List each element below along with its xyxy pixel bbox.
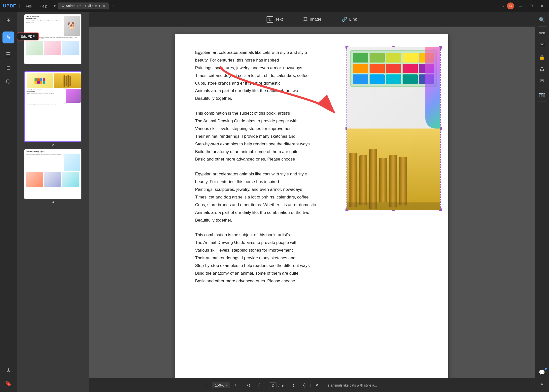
zoom-display[interactable]: 156% ▾ (212, 382, 230, 388)
image-icon: 🖼 (303, 17, 308, 22)
help-menu[interactable]: Help (37, 3, 50, 9)
sidebar-item-pages[interactable]: ⊞ (2, 14, 14, 26)
zoom-value: 156% (215, 383, 224, 387)
close-bottom-button[interactable]: ✕ (312, 381, 321, 390)
collapse-icon[interactable]: ∨ (502, 4, 505, 8)
thumbnail-frame-3[interactable]: Different Painting Styles Egyptian art c… (24, 149, 81, 199)
tab-dropdown-icon[interactable]: ▾ (53, 3, 57, 9)
link-label: Link (349, 17, 357, 22)
protect-button[interactable]: 🔒 (537, 52, 547, 62)
last-page-button[interactable]: ⟩⟩ (300, 381, 309, 390)
extract-button[interactable] (537, 40, 547, 50)
paint-brushes-image (347, 129, 440, 210)
page-number-3: 3 (52, 200, 54, 204)
avatar[interactable]: B (507, 2, 514, 9)
sidebar-item-comment[interactable]: ☰ (2, 49, 14, 61)
sidebar-item-organize[interactable]: ⊟ (2, 62, 14, 74)
divider (3, 46, 13, 46)
content-area: T Text 🖼 Image 🔗 Link Egyptian art celeb… (89, 12, 535, 392)
divider (538, 88, 547, 88)
sidebar-item-bookmark[interactable]: 🔖 (2, 378, 14, 390)
maximize-button[interactable]: ☐ (527, 3, 536, 9)
zoom-dropdown-icon[interactable]: ▾ (225, 384, 227, 387)
active-tab[interactable]: ☁ Animal Pai...Skills_5-1 ✕ (58, 2, 109, 9)
mail-button[interactable]: ✉ (537, 76, 547, 86)
image-label: Image (310, 17, 321, 22)
page-preview-text: s animals like cats with style a... (323, 383, 422, 387)
pdf-text-content: Egyptian art celebrates animals like cat… (195, 49, 356, 285)
left-sidebar: ⊞ ✎ Edit PDF ☰ ⊟ ⬡ ⊕ 🔖 (0, 12, 17, 392)
tab-title: Animal Pai...Skills_5-1 (66, 4, 100, 8)
edit-pdf-button[interactable]: ✎ Edit PDF (2, 32, 14, 43)
total-pages: 9 (281, 383, 283, 387)
first-page-button[interactable]: ⟨⟨ (244, 381, 253, 390)
ocr-button[interactable]: OCR (537, 28, 547, 38)
link-icon: 🔗 (342, 17, 347, 22)
text-label: Text (275, 17, 283, 22)
text-tool[interactable]: T Text (263, 14, 287, 25)
page-separator: / (278, 383, 279, 387)
thumbnail-item[interactable]: Different Painting Styles Egyptian art c… (19, 149, 86, 204)
thumbnail-panel: How to Draw OurFavorite Pets Egyptian ar… (17, 12, 89, 392)
title-bar-right: ∨ B — ☐ ✕ (502, 2, 546, 9)
thumbnail-frame-2[interactable]: Animals are a part ofour daily life Egyp… (24, 71, 81, 142)
prev-page-button[interactable]: ⟨ (255, 381, 264, 390)
add-tab-button[interactable]: + (110, 3, 117, 9)
edit-pdf-icon: ✎ (6, 34, 11, 41)
zoom-out-button[interactable]: − (201, 381, 210, 390)
tooltip-text: Edit PDF (21, 34, 35, 38)
sidebar-item-ai[interactable]: ⬡ (2, 75, 14, 87)
page-number-2: 2 (52, 143, 54, 147)
divider (538, 26, 547, 27)
page-number-1: 1 (52, 65, 54, 69)
tab-area: ▾ ☁ Animal Pai...Skills_5-1 ✕ + (53, 2, 499, 9)
pdf-area[interactable]: Egyptian art celebrates animals like cat… (89, 27, 535, 378)
share-button[interactable] (537, 64, 547, 74)
file-menu[interactable]: File (23, 3, 34, 9)
image-tool[interactable]: 🖼 Image (299, 15, 325, 24)
next-page-button[interactable]: ⟩ (289, 381, 298, 390)
cloud-icon: ☁ (61, 4, 64, 8)
right-sidebar: 🔍 OCR 🔒 ✉ 📷 💬 ✦ (535, 12, 549, 392)
zoom-in-button[interactable]: + (231, 381, 240, 390)
current-page[interactable]: 2 (269, 382, 276, 388)
chat-button[interactable]: 💬 (537, 367, 547, 378)
divider (538, 101, 547, 101)
top-toolbar: T Text 🖼 Image 🔗 Link (89, 12, 535, 27)
app-logo: UPDF (3, 3, 16, 9)
thumbnail-item[interactable]: How to Draw OurFavorite Pets Egyptian ar… (19, 14, 86, 69)
link-tool[interactable]: 🔗 Link (338, 15, 361, 24)
close-button[interactable]: ✕ (538, 3, 546, 9)
divider (3, 29, 13, 29)
tab-close-icon[interactable]: ✕ (103, 4, 105, 8)
pdf-page: Egyptian art celebrates animals like cat… (175, 34, 448, 378)
text-icon: T (267, 16, 273, 23)
minimize-button[interactable]: — (516, 3, 525, 9)
ai-button[interactable]: ✦ (537, 379, 547, 390)
camera-button[interactable]: 📷 (537, 89, 547, 100)
main-area: ⊞ ✎ Edit PDF ☰ ⊟ ⬡ ⊕ 🔖 How to Draw OurFa… (0, 12, 549, 392)
bottom-toolbar: − 156% ▾ + | ⟨⟨ ⟨ 2 / 9 ⟩ ⟩⟩ | ✕ s anima… (89, 378, 535, 392)
thumbnail-item[interactable]: Animals are a part ofour daily life Egyp… (19, 71, 86, 147)
sidebar-item-layers[interactable]: ⊕ (2, 364, 14, 376)
paint-palette-image (347, 47, 440, 129)
page-display: 2 / 9 (265, 382, 288, 388)
edit-pdf-tooltip: Edit PDF (17, 33, 39, 40)
search-button[interactable]: 🔍 (537, 14, 547, 25)
title-bar: UPDF | File Help ▾ ☁ Animal Pai...Skills… (0, 0, 549, 12)
pdf-image-selected[interactable] (346, 47, 441, 210)
